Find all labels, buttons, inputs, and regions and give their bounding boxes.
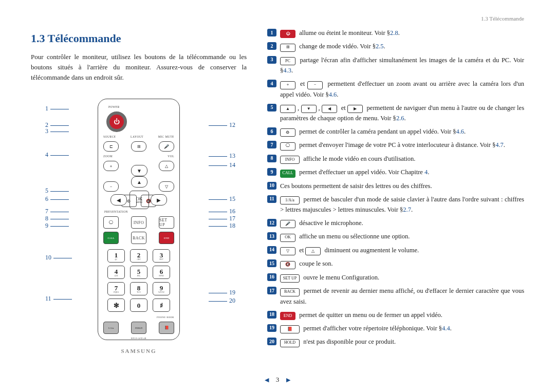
item-number: 3 bbox=[267, 56, 276, 64]
desc-item-12: 12🎤̸ désactive le microphone. bbox=[267, 218, 524, 228]
callout-7: 7 bbox=[45, 208, 71, 215]
inline-key-icon: BACK bbox=[280, 288, 300, 296]
item-number: 9 bbox=[267, 168, 276, 176]
inline-key-icon: ⊞ bbox=[280, 44, 295, 52]
numkey-5: 5JKL bbox=[130, 266, 147, 279]
desc-item-18: 18END permet de quitter un menu ou de fe… bbox=[267, 310, 524, 320]
remote-row-2: SOURCE LAYOUT MIC MUTE bbox=[103, 135, 174, 138]
numkey-1: 1@/ bbox=[107, 249, 125, 263]
inline-key-icon: 📕 bbox=[280, 325, 300, 333]
inline-key-icon: SET UP bbox=[280, 274, 300, 283]
item-number: 19 bbox=[267, 324, 276, 332]
desc-item-8: 8INFO affiche le mode vidéo en cours d'u… bbox=[267, 154, 524, 164]
inline-key-icon: 🔇 bbox=[280, 261, 295, 269]
item-number: 8 bbox=[267, 155, 276, 162]
item-number: 10 bbox=[267, 182, 276, 190]
item-number: 4 bbox=[267, 80, 276, 87]
item-number: 2 bbox=[267, 42, 276, 50]
page-footer: ◀ 3 ▶ bbox=[0, 376, 555, 384]
desc-item-11: 111/A/a permet de basculer d'un mode de … bbox=[267, 194, 524, 215]
inline-key-icon: HOLD bbox=[280, 339, 300, 347]
callout-3: 3 bbox=[45, 127, 71, 135]
callout-10: 10 bbox=[45, 254, 74, 262]
page-number: 3 bbox=[276, 376, 280, 384]
callout-5: 5 bbox=[45, 187, 71, 195]
callout-11: 11 bbox=[45, 295, 74, 303]
intro-paragraph: Pour contrôler le moniteur, utilisez les… bbox=[31, 52, 247, 83]
numkey-6: 6MNO bbox=[153, 266, 170, 279]
numkey-✻: ✻ bbox=[107, 298, 125, 312]
inline-key-icon: 🖵 bbox=[280, 142, 295, 151]
numkey-8: 8TUV bbox=[130, 282, 147, 295]
desc-item-3: 3PC partage l'écran afin d'afficher simu… bbox=[267, 55, 524, 76]
power-button-icon: ⏻ bbox=[106, 111, 127, 132]
numkey-7: 7PQRS bbox=[107, 282, 125, 295]
callout-20: 20 bbox=[207, 297, 235, 305]
remote-control-outline: POWER ⏻ SOURCE LAYOUT MIC MUTE ⊏⊞🎤̸ ZOOM… bbox=[98, 99, 180, 340]
callout-18: 18 bbox=[207, 222, 235, 230]
inline-key-icon: INFO bbox=[280, 156, 300, 164]
desc-item-10: 10Ces boutons permettent de saisir des l… bbox=[267, 181, 524, 191]
prev-page-icon[interactable]: ◀ bbox=[265, 377, 269, 383]
item-number: 15 bbox=[267, 259, 276, 267]
item-number: 17 bbox=[267, 287, 276, 294]
desc-item-6: 6⯐ permet de contrôler la caméra pendant… bbox=[267, 126, 524, 137]
numkey-3: 3DEF bbox=[153, 249, 170, 263]
item-number: 11 bbox=[267, 195, 276, 203]
inline-key-icon: OK bbox=[280, 234, 295, 242]
item-number: 14 bbox=[267, 246, 276, 254]
desc-item-19: 19📕 permet d'afficher votre répertoire t… bbox=[267, 323, 524, 333]
brand-logo: SAMSUNG bbox=[121, 348, 156, 354]
inline-key-icon: ▼ bbox=[301, 105, 317, 113]
inline-key-icon: ⯐ bbox=[280, 128, 295, 137]
desc-item-7: 7🖵 permet d'envoyer l'image de votre PC … bbox=[267, 140, 524, 150]
power-label: POWER bbox=[108, 105, 120, 108]
numkey-♯: ♯ bbox=[153, 298, 170, 312]
item-number: 12 bbox=[267, 219, 276, 227]
callout-9: 9 bbox=[45, 222, 71, 230]
desc-item-16: 16SET UP ouvre le menu Configuration. bbox=[267, 272, 524, 283]
desc-item-2: 2⊞ change de mode vidéo. Voir §2.5. bbox=[267, 41, 524, 51]
item-number: 1 bbox=[267, 29, 276, 36]
callout-19: 19 bbox=[207, 289, 235, 296]
numkey-0: 0 bbox=[130, 298, 147, 312]
inline-key-icon: END bbox=[280, 312, 295, 320]
inline-key-icon: ▶ bbox=[347, 105, 363, 113]
inline-key-icon: 🎤̸ bbox=[280, 220, 295, 228]
desc-item-1: 1⏻ allume ou éteint le moniteur. Voir §2… bbox=[267, 28, 524, 38]
inline-key-icon: ◀ bbox=[322, 105, 337, 113]
numpad: 1@/2ABC3DEF4GHI5JKL6MNO7PQRS8TUV9WXYZ✻0♯ bbox=[107, 249, 170, 312]
inline-key-icon: ⏻ bbox=[280, 30, 295, 38]
callout-14: 14 bbox=[207, 161, 235, 169]
callout-17: 17 bbox=[207, 215, 235, 222]
numkey-2: 2ABC bbox=[130, 249, 147, 263]
callout-15: 15 bbox=[207, 195, 235, 203]
inline-key-icon: － bbox=[307, 81, 323, 89]
item-number: 20 bbox=[267, 338, 276, 345]
inline-key-icon: ▲ bbox=[280, 105, 295, 113]
desc-item-14: 14▽ et △ diminuent ou augmentent le volu… bbox=[267, 245, 524, 255]
numkey-4: 4GHI bbox=[107, 266, 125, 279]
callout-6: 6 bbox=[45, 195, 71, 203]
inline-key-icon: CALL bbox=[280, 170, 295, 178]
callout-1: 1 bbox=[45, 105, 71, 113]
inline-key-icon: ▽ bbox=[280, 247, 295, 255]
item-number: 18 bbox=[267, 311, 276, 319]
inline-key-icon: △ bbox=[305, 247, 321, 255]
callout-12: 12 bbox=[207, 121, 235, 129]
callout-4: 4 bbox=[45, 151, 71, 159]
inline-key-icon: PC bbox=[280, 57, 295, 65]
remote-diagram: 1234567891011 121314151617181920 POWER ⏻… bbox=[31, 89, 247, 340]
desc-item-13: 13OK affiche un menu ou sélectionne une … bbox=[267, 231, 524, 241]
callout-8: 8 bbox=[45, 215, 71, 222]
desc-item-9: 9CALL permet d'effectuer un appel vidéo.… bbox=[267, 167, 524, 177]
next-page-icon[interactable]: ▶ bbox=[286, 377, 290, 383]
inline-key-icon: 1/A/a bbox=[280, 196, 300, 204]
callout-16: 16 bbox=[207, 208, 235, 215]
section-title: 1.3 Télécommande bbox=[31, 32, 247, 45]
running-header: 1.3 Télécommande bbox=[481, 15, 524, 22]
desc-item-4: 4＋ et － permettent d'effectuer un zoom a… bbox=[267, 79, 524, 99]
item-number: 13 bbox=[267, 232, 276, 240]
item-number: 7 bbox=[267, 141, 276, 148]
manual-page: 1.3 Télécommande 1.3 Télécommande Pour c… bbox=[0, 0, 555, 392]
